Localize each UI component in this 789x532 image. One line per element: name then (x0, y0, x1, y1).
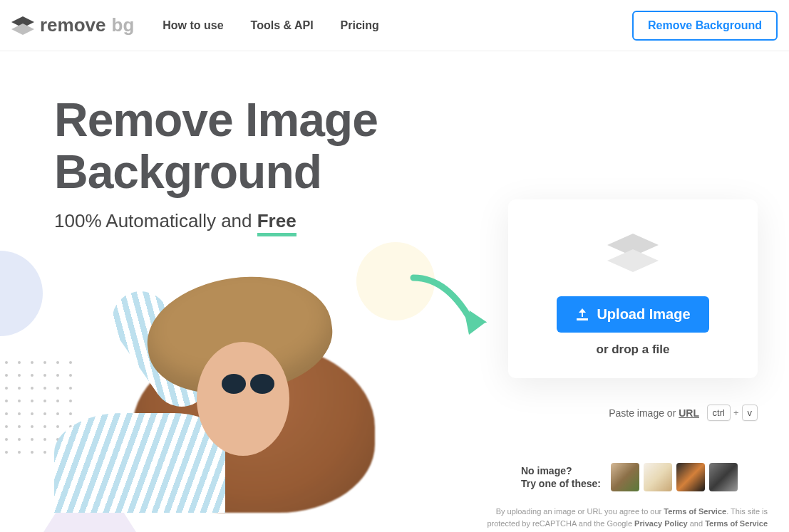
logo-text-suffix: bg (112, 14, 135, 36)
kbd-ctrl: ctrl (707, 405, 731, 421)
tos-link-2[interactable]: Terms of Service (705, 519, 768, 528)
title-line1: Remove Image (54, 93, 378, 146)
svg-marker-1 (11, 24, 34, 35)
sample-thumbnails (611, 463, 738, 491)
keyboard-shortcut: ctrl + v (707, 405, 758, 421)
svg-marker-5 (607, 249, 659, 272)
hero-image (54, 256, 368, 491)
nav-pricing[interactable]: Pricing (341, 19, 379, 32)
decorative-halfcircle (0, 251, 43, 336)
upload-card[interactable]: Upload Image or drop a file (508, 199, 758, 378)
remove-background-button[interactable]: Remove Background (632, 11, 778, 41)
page-title: Remove Image Background (54, 94, 760, 197)
title-line2: Background (54, 145, 321, 198)
kbd-v: v (742, 405, 758, 421)
tos-link[interactable]: Terms of Service (664, 507, 726, 516)
samples-text: No image? Try one of these: (521, 464, 601, 490)
sample-thumb-1[interactable] (611, 463, 639, 491)
samples-line1: No image? (521, 464, 601, 477)
upload-button-label: Upload Image (597, 306, 690, 323)
sample-thumb-2[interactable] (644, 463, 672, 491)
logo-text-main: remove (40, 14, 106, 36)
kbd-plus: + (733, 407, 739, 418)
upload-icon (575, 308, 589, 321)
samples-line2: Try one of these: (521, 477, 601, 490)
logo-icon (11, 16, 34, 35)
paste-prefix: Paste image or (609, 407, 679, 419)
subtitle-free: Free (257, 210, 296, 236)
sample-thumb-4[interactable] (709, 463, 738, 491)
nav-how-to-use[interactable]: How to use (163, 19, 223, 32)
legal-text: By uploading an image or URL you agree t… (468, 506, 768, 532)
upload-image-button[interactable]: Upload Image (557, 296, 708, 333)
stack-icon (522, 234, 743, 279)
drop-file-text: or drop a file (522, 343, 743, 357)
logo[interactable]: removebg (11, 14, 134, 36)
subtitle-prefix: 100% Automatically and (54, 210, 257, 231)
paste-url-link[interactable]: URL (679, 407, 699, 419)
sample-images: No image? Try one of these: (521, 463, 738, 491)
main-nav: How to use Tools & API Pricing (163, 19, 379, 32)
sample-thumb-3[interactable] (676, 463, 705, 491)
nav-tools-api[interactable]: Tools & API (251, 19, 314, 32)
header: removebg How to use Tools & API Pricing … (0, 0, 789, 51)
privacy-link[interactable]: Privacy Policy (634, 519, 688, 528)
arrow-icon (406, 271, 492, 349)
svg-rect-6 (577, 318, 588, 320)
